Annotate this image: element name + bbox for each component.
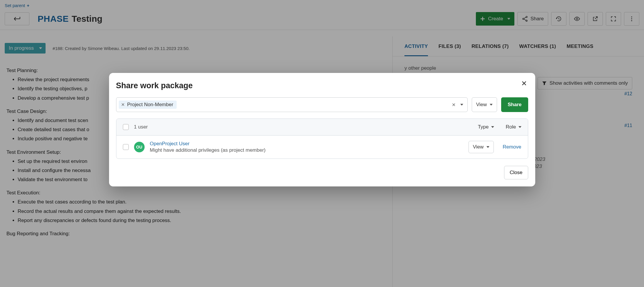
chip-remove-icon[interactable]: ✕ bbox=[121, 102, 125, 107]
close-icon[interactable]: ✕ bbox=[521, 79, 527, 88]
permission-label: View bbox=[476, 102, 487, 108]
share-modal: Share work package ✕ ✕ Project Non-Membe… bbox=[109, 73, 535, 186]
avatar: OU bbox=[134, 142, 145, 152]
permission-dropdown[interactable]: View bbox=[472, 97, 497, 112]
user-note: Might have additional privileges (as pro… bbox=[150, 147, 266, 153]
type-dropdown[interactable]: Type bbox=[478, 124, 494, 130]
share-user-input[interactable]: ✕ Project Non-Member ✕ bbox=[116, 97, 468, 112]
user-count: 1 user bbox=[134, 124, 148, 130]
user-name-link[interactable]: OpenProject User bbox=[150, 141, 266, 147]
user-permission-dropdown[interactable]: View bbox=[469, 141, 494, 153]
share-submit-button[interactable]: Share bbox=[501, 97, 528, 112]
user-checkbox[interactable] bbox=[123, 144, 129, 150]
select-all-checkbox[interactable] bbox=[123, 124, 129, 130]
chip-label: Project Non-Member bbox=[127, 102, 173, 108]
chevron-down-icon[interactable] bbox=[460, 104, 463, 106]
clear-input-icon[interactable]: ✕ bbox=[449, 102, 458, 108]
remove-user-link[interactable]: Remove bbox=[503, 144, 521, 150]
shared-user-row: OU OpenProject User Might have additiona… bbox=[116, 136, 528, 158]
chevron-down-icon bbox=[518, 126, 521, 128]
user-chip[interactable]: ✕ Project Non-Member bbox=[119, 101, 177, 109]
close-button[interactable]: Close bbox=[504, 166, 528, 179]
role-dropdown[interactable]: Role bbox=[506, 124, 521, 130]
modal-title: Share work package bbox=[116, 81, 528, 90]
chevron-down-icon bbox=[490, 104, 493, 106]
chevron-down-icon bbox=[486, 146, 489, 148]
chevron-down-icon bbox=[491, 126, 494, 128]
